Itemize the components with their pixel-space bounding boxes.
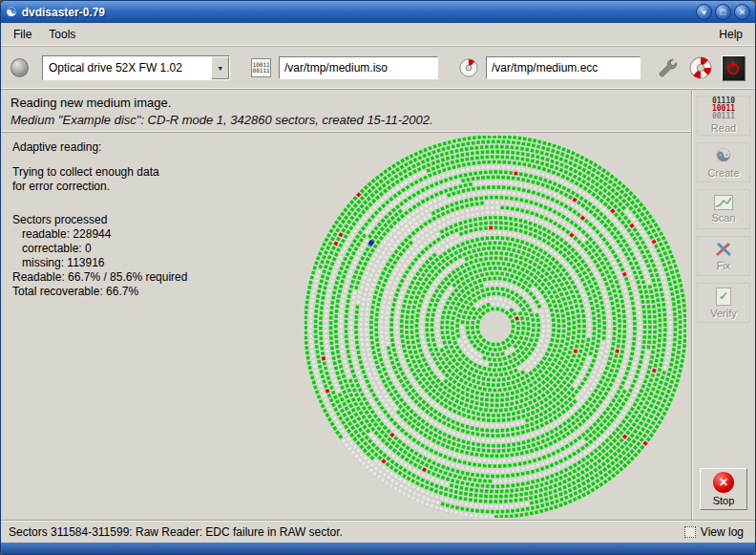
drive-select-value: Optical drive 52X FW 1.02	[43, 56, 211, 79]
view-log-label: View log	[701, 525, 744, 539]
read-label: Read	[711, 122, 736, 134]
processed-title: Sectors processed	[12, 213, 187, 227]
stop-label: Stop	[713, 495, 735, 506]
window-title: dvdisaster-0.79	[22, 6, 105, 19]
menu-tools[interactable]: Tools	[40, 25, 84, 44]
reading-panel: Adaptive reading: Trying to collect enou…	[1, 133, 691, 520]
scan-chart-icon	[714, 195, 733, 210]
close-icon[interactable]: ✕	[734, 4, 750, 20]
fix-label: Fix	[717, 260, 731, 271]
adaptive-title: Adaptive reading:	[12, 140, 187, 155]
total-summary: Total recoverable: 66.7%	[12, 285, 187, 299]
app-window: ☯ dvdisaster-0.79 ▾ □ ✕ File Tools Help …	[0, 0, 756, 555]
statusbar: Sectors 311584-311599: Raw Reader: EDC f…	[1, 520, 755, 543]
medium-info: Medium "Example disc": CD-R mode 1, 3428…	[10, 112, 682, 128]
tools-icon	[714, 241, 733, 258]
stop-x-icon: ✕	[713, 472, 734, 493]
scan-button[interactable]: Scan	[697, 189, 750, 229]
dropdown-arrow-icon[interactable]: ▼	[211, 56, 229, 79]
menubar: File Tools Help	[1, 23, 755, 47]
status-message: Sectors 311584-311599: Raw Reader: EDC f…	[9, 525, 343, 539]
scan-label: Scan	[711, 212, 735, 224]
menu-file[interactable]: File	[5, 25, 40, 44]
titlebar[interactable]: ☯ dvdisaster-0.79 ▾ □ ✕	[1, 1, 755, 23]
header: Reading new medium image. Medium "Exampl…	[1, 90, 691, 133]
verify-check-icon: ✓	[716, 288, 731, 306]
preferences-button[interactable]	[656, 54, 681, 81]
create-label: Create	[707, 167, 739, 179]
power-icon	[725, 60, 741, 75]
app-icon: ☯	[6, 6, 17, 18]
reading-stats: Adaptive reading: Trying to collect enou…	[12, 140, 187, 299]
ecc-file-input[interactable]	[486, 56, 640, 79]
yin-yang-icon: ☯	[715, 146, 731, 165]
status-title: Reading new medium image.	[10, 95, 682, 112]
adaptive-line2: for error correction.	[12, 180, 187, 194]
sector-spiral	[304, 136, 686, 518]
wrench-icon	[658, 57, 679, 78]
read-binary-icon: 01110 10011 00111	[712, 97, 735, 120]
ecc-file-icon	[459, 58, 478, 77]
readable-summary: Readable: 66.7% / 85.6% required	[12, 270, 187, 285]
maximize-icon[interactable]: □	[715, 4, 731, 20]
image-file-icon-bits: 00111	[253, 68, 270, 74]
action-sidebar: 01110 10011 00111 Read ☯ Create Scan	[691, 90, 755, 520]
processed-correctable: correctable: 0	[12, 242, 187, 256]
fix-button[interactable]: Fix	[697, 236, 750, 276]
content-main: Reading new medium image. Medium "Exampl…	[1, 90, 691, 520]
verify-button[interactable]: ✓ Verify	[697, 283, 750, 323]
content: Reading new medium image. Medium "Exampl…	[1, 90, 755, 520]
disc-logo-icon	[689, 56, 712, 79]
image-file-input[interactable]	[279, 56, 438, 79]
verify-label: Verify	[710, 308, 737, 319]
quit-button[interactable]	[722, 55, 746, 81]
window-controls: ▾ □ ✕	[696, 4, 750, 20]
stop-button[interactable]: ✕ Stop	[700, 468, 747, 510]
create-button[interactable]: ☯ Create	[697, 142, 750, 182]
log-icon	[684, 526, 696, 538]
toolbar: Optical drive 52X FW 1.02 ▼ 10011 00111	[1, 47, 755, 90]
dvdisaster-logo-button[interactable]	[688, 54, 713, 81]
window-bottom-border	[1, 543, 755, 554]
drive-status-icon	[10, 58, 29, 77]
drive-select[interactable]: Optical drive 52X FW 1.02 ▼	[42, 55, 230, 80]
minimize-icon[interactable]: ▾	[696, 4, 712, 20]
processed-readable: readable: 228944	[12, 227, 187, 242]
menu-help[interactable]: Help	[710, 25, 751, 44]
image-file-icon: 10011 00111	[251, 58, 271, 77]
view-log-button[interactable]: View log	[681, 524, 747, 540]
read-button[interactable]: 01110 10011 00111 Read	[697, 96, 750, 136]
adaptive-line1: Trying to collect enough data	[12, 165, 187, 180]
processed-missing: missing: 113916	[12, 256, 187, 270]
